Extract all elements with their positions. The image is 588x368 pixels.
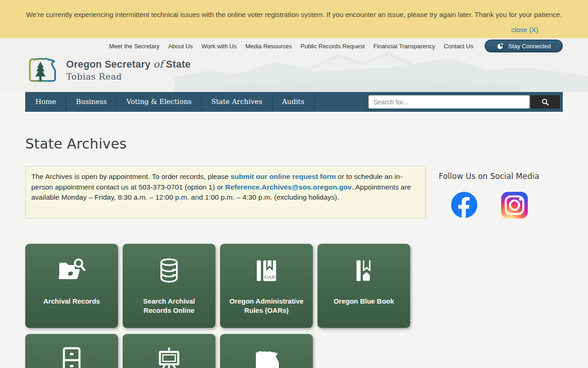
search-input[interactable] [368,95,530,109]
archives-email-link[interactable]: Reference.Archives@sos.oregon.gov [225,183,351,191]
social-heading: Follow Us on Social Media [439,172,539,181]
utility-link-meet-the-secretary[interactable]: Meet the Secretary [109,43,160,50]
search-bar [368,95,560,109]
nav-item-home[interactable]: Home [25,92,66,112]
main-navigation: Home Business Voting & Elections State A… [25,92,563,112]
card-archival-records[interactable]: Archival Records [25,244,118,328]
utility-link-public-records-request[interactable]: Public Records Request [300,43,364,50]
utility-nav: Meet the Secretary About Us Work with Us… [109,40,563,52]
svg-text:OAR: OAR [264,275,275,280]
utility-link-work-with-us[interactable]: Work with Us [202,43,237,50]
oregon-tree-logo-icon [25,56,60,84]
card-oregon-blue-book[interactable]: Oregon Blue Book [317,244,410,328]
utility-link-about-us[interactable]: About Us [168,43,192,50]
search-icon [542,98,549,106]
nav-item-voting-elections[interactable]: Voting & Elections [117,92,202,112]
card-presentation[interactable] [123,334,215,368]
stay-connected-button[interactable]: Stay Connected [485,40,563,52]
search-button[interactable] [531,95,560,109]
nav-item-state-archives[interactable]: State Archives [202,92,272,112]
card-search-archival-records-online[interactable]: Search Archival Records Online [123,244,215,328]
book-bookmark-icon [351,258,377,283]
page-content: State Archives The Archives is open by a… [25,112,563,368]
book-oar-icon: OAR [253,258,280,283]
alert-close-link[interactable]: close (X) [511,26,538,34]
nav-item-business[interactable]: Business [66,92,117,112]
file-cabinet-icon [61,346,83,368]
page-title: State Archives [25,112,563,152]
online-request-form-link[interactable]: submit our online request form [231,172,336,180]
presentation-screen-icon [156,346,182,368]
archives-card-grid: Archival Records Search Archival Records… [25,244,420,368]
secretary-name: Tobias Read [66,71,191,81]
nav-item-audits[interactable]: Audits [272,92,315,112]
card-oregon-map[interactable] [220,334,313,368]
utility-link-financial-transparency[interactable]: Financial Transparency [373,43,435,50]
social-media-block: Follow Us on Social Media [439,166,539,218]
card-oregon-administrative-rules[interactable]: OAR Oregon Administrative Rules (OARs) [220,244,313,328]
appointment-notice: The Archives is open by appointment. To … [25,166,426,218]
satellite-dish-icon [497,42,504,50]
oregon-map-icon [253,349,280,368]
instagram-icon[interactable] [501,192,528,218]
utility-link-contact-us[interactable]: Contact Us [444,43,473,50]
facebook-icon[interactable] [451,192,477,218]
stay-connected-label: Stay Connected [508,43,551,50]
site-title: Oregon Secretary of State [66,58,191,70]
database-icon [158,258,180,283]
site-logo[interactable]: Oregon Secretary of State Tobias Read [25,56,191,84]
card-file-cabinet[interactable] [25,334,118,368]
alert-banner: We’re currently experiencing intermitten… [0,0,588,38]
site-header: Meet the Secretary About Us Work with Us… [0,38,588,92]
folder-search-icon [57,257,86,284]
alert-message: We’re currently experiencing intermitten… [0,0,588,18]
utility-link-media-resources[interactable]: Media Resources [245,43,292,50]
